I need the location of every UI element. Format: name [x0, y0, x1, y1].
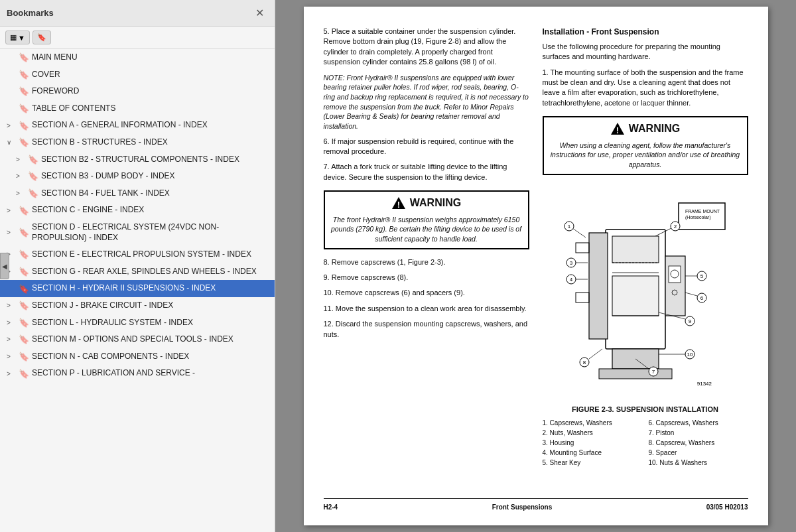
bookmark-item-toc[interactable]: 🔖TABLE OF CONTENTS	[0, 100, 275, 117]
svg-text:10: 10	[687, 352, 693, 358]
expand-arrow-section-b[interactable]: ∨	[7, 139, 16, 146]
expand-arrow-section-m[interactable]: >	[7, 336, 16, 343]
bookmark-item-section-l[interactable]: >🔖SECTION L - HYDRAULIC SYSTEM - INDEX	[0, 314, 275, 332]
bookmark-item-section-p[interactable]: >🔖SECTION P - LUBRICATION AND SERVICE -	[0, 365, 275, 382]
chevron-down-icon: ▼	[18, 34, 25, 42]
svg-rect-12	[612, 276, 659, 316]
section-title-installation: Installation - Front Suspension	[543, 27, 748, 38]
step-text: Remove capscrews (1, Figure 2-3).	[332, 258, 446, 266]
footer-date-code: 03/05 H02013	[706, 503, 748, 512]
svg-text:91342: 91342	[696, 381, 712, 387]
bookmark-item-section-b[interactable]: ∨🔖SECTION B - STRUCTURES - INDEX	[0, 134, 275, 151]
footer-page-id: H2-4	[324, 503, 338, 512]
doc-step-10: 10. Remove capscrews (6) and spacers (9)…	[324, 288, 529, 298]
bookmark-item-cover[interactable]: 🔖COVER	[0, 66, 275, 84]
expand-arrow-section-n[interactable]: >	[7, 353, 16, 360]
bookmark-item-section-a[interactable]: >🔖SECTION A - GENERAL INFORMATION - INDE…	[0, 117, 275, 134]
bookmark-flag-icon: 🔖	[19, 284, 29, 294]
bookmark-label-cover: COVER	[32, 70, 269, 80]
bookmark-item-section-c[interactable]: >🔖SECTION C - ENGINE - INDEX	[0, 202, 275, 219]
bookmark-label-section-n: SECTION N - CAB COMPONENTS - INDEX	[32, 352, 269, 362]
document-page: 5. Place a suitable container under the …	[304, 7, 768, 525]
bookmark-label-foreword: FOREWORD	[32, 86, 269, 97]
expand-arrow-section-b2[interactable]: >	[16, 156, 25, 163]
svg-line-42	[685, 293, 697, 296]
svg-text:8: 8	[582, 360, 586, 366]
bookmark-flag-icon: 🔖	[19, 300, 29, 310]
expand-arrow-section-d[interactable]: >	[7, 229, 16, 236]
bookmark-add-button[interactable]: 🔖	[33, 31, 51, 44]
bookmark-grid-icon: ▦	[10, 33, 17, 42]
svg-rect-46	[599, 369, 672, 379]
bookmark-flag-icon: 🔖	[19, 206, 29, 216]
bookmark-flag-icon: 🔖	[19, 103, 29, 113]
document-content[interactable]: 5. Place a suitable container under the …	[275, 0, 796, 532]
bookmark-label-section-m: SECTION M - OPTIONS AND SPECIAL TOOLS - …	[32, 334, 269, 345]
expand-arrow-section-c[interactable]: >	[7, 207, 16, 214]
doc-step-6: 6. If major suspension rebuild is requir…	[324, 137, 529, 157]
expand-arrow-section-b4[interactable]: >	[16, 190, 25, 197]
bookmarks-close-button[interactable]: ✕	[251, 5, 268, 21]
warning-box-weight: ! WARNING The front Hydrair® II suspensi…	[324, 190, 529, 249]
doc-right-column: Installation - Front Suspension Use the …	[543, 27, 748, 476]
document-footer: H2-4 Front Suspensions 03/05 H02013	[324, 498, 748, 512]
suspension-diagram: FRAME MOUNT (Horsecolar) 2	[543, 183, 748, 398]
bookmark-view-dropdown[interactable]: ▦ ▼	[5, 31, 30, 44]
step-text: 1. The mounting surface of both the susp…	[543, 68, 744, 107]
bookmark-flag-icon: 🔖	[19, 70, 29, 80]
bookmark-flag-icon: 🔖	[19, 228, 29, 237]
expand-arrow-section-a[interactable]: >	[7, 122, 16, 129]
step-num: 10.	[324, 289, 336, 297]
bookmark-item-section-b2[interactable]: >🔖SECTION B2 - STRUCTURAL COMPONENTS - I…	[0, 151, 275, 168]
svg-rect-22	[576, 293, 589, 302]
legend-item-9: 9. Spacer	[649, 448, 748, 458]
svg-text:1: 1	[567, 224, 570, 230]
doc-step-12: 12. Discard the suspension mounting caps…	[324, 319, 529, 340]
expand-arrow-section-l[interactable]: >	[7, 319, 16, 326]
bookmark-item-main-menu[interactable]: 🔖MAIN MENU	[0, 49, 275, 66]
bookmarks-list: 🔖MAIN MENU🔖COVER🔖FOREWORD🔖TABLE OF CONTE…	[0, 49, 275, 532]
step-num: 6.	[324, 137, 332, 145]
bookmark-item-section-g[interactable]: >🔖SECTION G - REAR AXLE, SPINDLES AND WH…	[0, 263, 275, 281]
expand-arrow-section-j[interactable]: >	[7, 302, 16, 309]
footer-section-title: Front Suspensions	[492, 503, 553, 512]
warning-title-cleaning: ! WARNING	[548, 121, 743, 136]
bookmark-item-section-m[interactable]: >🔖SECTION M - OPTIONS AND SPECIAL TOOLS …	[0, 331, 275, 348]
bookmark-item-foreword[interactable]: 🔖FOREWORD	[0, 83, 275, 100]
bookmark-item-section-h[interactable]: 🔖SECTION H - HYDRAIR II SUSPENSIONS - IN…	[0, 280, 275, 297]
bookmark-item-section-n[interactable]: >🔖SECTION N - CAB COMPONENTS - INDEX	[0, 348, 275, 366]
expand-arrow-section-b3[interactable]: >	[16, 172, 25, 180]
doc-step-11: 11. Move the suspension to a clean work …	[324, 304, 529, 314]
bookmark-flag-icon: 🔖	[19, 52, 29, 62]
step-num: 8.	[324, 258, 332, 266]
doc-intro: Use the following procedure for preparin…	[543, 42, 748, 62]
expand-arrow-section-p[interactable]: >	[7, 370, 16, 377]
svg-text:!: !	[616, 125, 619, 135]
bookmark-item-section-b3[interactable]: >🔖SECTION B3 - DUMP BODY - INDEX	[0, 168, 275, 185]
bookmark-item-section-b4[interactable]: >🔖SECTION B4 - FUEL TANK - INDEX	[0, 185, 275, 202]
svg-rect-11	[612, 236, 659, 263]
bookmark-flag-icon: 🔖	[19, 318, 29, 328]
bookmark-item-section-e[interactable]: >🔖SECTION E - ELECTRICAL PROPULSION SYST…	[0, 246, 275, 263]
bookmark-label-section-h: SECTION H - HYDRAIR II SUSPENSIONS - IND…	[32, 283, 269, 294]
svg-text:6: 6	[700, 295, 703, 301]
svg-line-23	[572, 228, 586, 237]
svg-text:!: !	[397, 200, 400, 210]
doc-step-7: 7. Attach a fork truck or suitable lifti…	[324, 162, 529, 182]
svg-text:4: 4	[569, 277, 572, 283]
svg-text:FRAME MOUNT: FRAME MOUNT	[685, 209, 720, 214]
step-num: 5.	[324, 27, 332, 35]
step-text: Place a suitable container under the sus…	[324, 27, 516, 66]
figure-legend: 1. Capscrews, Washers 6. Capscrews, Wash…	[543, 419, 748, 468]
bookmark-item-section-d[interactable]: >🔖SECTION D - ELECTRICAL SYSTEM (24VDC N…	[0, 219, 275, 246]
warning-triangle-icon: !	[391, 196, 406, 210]
bookmark-flag-icon: 🔖	[19, 369, 29, 379]
bookmark-flag-icon: 🔖	[19, 121, 29, 131]
diagram-svg: FRAME MOUNT (Horsecolar) 2	[553, 183, 738, 395]
bookmark-label-main-menu: MAIN MENU	[32, 52, 269, 63]
bookmark-label-section-j: SECTION J - BRAKE CIRCUIT - INDEX	[32, 300, 269, 311]
bookmark-label-section-p: SECTION P - LUBRICATION AND SERVICE -	[32, 368, 269, 379]
panel-collapse-button[interactable]: ◀	[0, 253, 9, 279]
bookmark-item-section-j[interactable]: >🔖SECTION J - BRAKE CIRCUIT - INDEX	[0, 297, 275, 314]
bookmark-flag-icon: 🔖	[28, 155, 38, 165]
